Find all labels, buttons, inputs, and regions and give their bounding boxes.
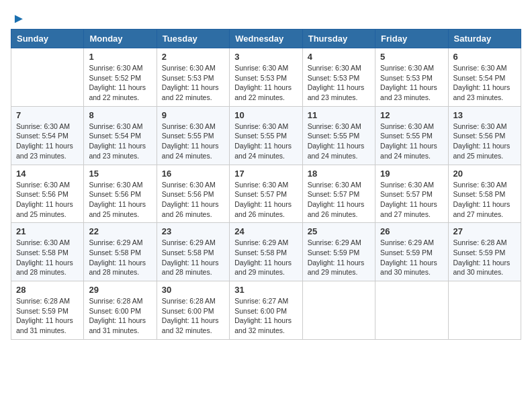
cell-info: Sunrise: 6:30 AM Sunset: 5:58 PM Dayligh… <box>16 238 79 277</box>
day-number: 17 <box>234 169 297 179</box>
day-number: 8 <box>89 110 151 120</box>
day-number: 1 <box>89 52 151 62</box>
logo-icon: ► <box>12 11 26 26</box>
calendar-cell: 24Sunrise: 6:29 AM Sunset: 5:58 PM Dayli… <box>230 223 302 281</box>
calendar-cell: 28Sunrise: 6:28 AM Sunset: 5:59 PM Dayli… <box>11 281 84 340</box>
cell-info: Sunrise: 6:28 AM Sunset: 6:00 PM Dayligh… <box>162 296 224 336</box>
cell-info: Sunrise: 6:30 AM Sunset: 5:55 PM Dayligh… <box>162 122 224 161</box>
col-header-saturday: Saturday <box>448 30 521 48</box>
day-number: 22 <box>89 226 151 236</box>
calendar-cell: 2Sunrise: 6:30 AM Sunset: 5:53 PM Daylig… <box>157 48 229 107</box>
calendar-table: SundayMondayTuesdayWednesdayThursdayFrid… <box>11 29 521 340</box>
cell-info: Sunrise: 6:28 AM Sunset: 6:00 PM Dayligh… <box>89 296 151 336</box>
cell-info: Sunrise: 6:30 AM Sunset: 5:55 PM Dayligh… <box>234 122 297 161</box>
cell-info: Sunrise: 6:30 AM Sunset: 5:54 PM Dayligh… <box>16 122 79 161</box>
cell-info: Sunrise: 6:27 AM Sunset: 6:00 PM Dayligh… <box>234 296 297 336</box>
calendar-cell: 30Sunrise: 6:28 AM Sunset: 6:00 PM Dayli… <box>157 281 229 340</box>
day-number: 3 <box>234 52 297 62</box>
calendar-cell <box>375 281 448 340</box>
cell-info: Sunrise: 6:30 AM Sunset: 5:58 PM Dayligh… <box>453 180 516 220</box>
cell-info: Sunrise: 6:30 AM Sunset: 5:55 PM Dayligh… <box>308 122 370 161</box>
col-header-thursday: Thursday <box>302 30 375 48</box>
cell-info: Sunrise: 6:30 AM Sunset: 5:54 PM Dayligh… <box>453 63 516 103</box>
day-number: 24 <box>234 226 297 236</box>
day-number: 29 <box>89 285 151 295</box>
day-number: 9 <box>162 110 224 120</box>
calendar-cell: 13Sunrise: 6:30 AM Sunset: 5:56 PM Dayli… <box>448 106 521 165</box>
calendar-cell: 20Sunrise: 6:30 AM Sunset: 5:58 PM Dayli… <box>448 165 521 223</box>
calendar-cell <box>448 281 521 340</box>
day-number: 23 <box>162 226 224 236</box>
calendar-cell: 18Sunrise: 6:30 AM Sunset: 5:57 PM Dayli… <box>302 165 375 223</box>
day-number: 27 <box>453 226 516 236</box>
day-number: 14 <box>16 169 79 179</box>
day-number: 18 <box>308 169 370 179</box>
col-header-tuesday: Tuesday <box>157 30 229 48</box>
cell-info: Sunrise: 6:30 AM Sunset: 5:53 PM Dayligh… <box>380 63 443 103</box>
calendar-cell: 10Sunrise: 6:30 AM Sunset: 5:55 PM Dayli… <box>230 106 302 165</box>
calendar-cell: 7Sunrise: 6:30 AM Sunset: 5:54 PM Daylig… <box>11 106 84 165</box>
day-number: 11 <box>308 110 370 120</box>
calendar-cell: 5Sunrise: 6:30 AM Sunset: 5:53 PM Daylig… <box>375 48 448 107</box>
cell-info: Sunrise: 6:30 AM Sunset: 5:57 PM Dayligh… <box>380 180 443 220</box>
cell-info: Sunrise: 6:29 AM Sunset: 5:58 PM Dayligh… <box>89 238 151 277</box>
cell-info: Sunrise: 6:30 AM Sunset: 5:53 PM Dayligh… <box>162 63 224 103</box>
calendar-cell <box>11 48 84 107</box>
page-header: ► <box>11 11 521 24</box>
cell-info: Sunrise: 6:30 AM Sunset: 5:57 PM Dayligh… <box>234 180 297 220</box>
day-number: 20 <box>453 169 516 179</box>
day-number: 10 <box>234 110 297 120</box>
calendar-cell: 26Sunrise: 6:29 AM Sunset: 5:59 PM Dayli… <box>375 223 448 281</box>
day-number: 6 <box>453 52 516 62</box>
day-number: 19 <box>380 169 443 179</box>
day-number: 31 <box>234 285 297 295</box>
day-number: 28 <box>16 285 79 295</box>
day-number: 16 <box>162 169 224 179</box>
cell-info: Sunrise: 6:29 AM Sunset: 5:59 PM Dayligh… <box>380 238 443 277</box>
day-number: 30 <box>162 285 224 295</box>
cell-info: Sunrise: 6:29 AM Sunset: 5:58 PM Dayligh… <box>162 238 224 277</box>
calendar-cell: 22Sunrise: 6:29 AM Sunset: 5:58 PM Dayli… <box>84 223 157 281</box>
calendar-cell: 8Sunrise: 6:30 AM Sunset: 5:54 PM Daylig… <box>84 106 157 165</box>
day-number: 2 <box>162 52 224 62</box>
cell-info: Sunrise: 6:30 AM Sunset: 5:53 PM Dayligh… <box>308 63 370 103</box>
calendar-cell: 16Sunrise: 6:30 AM Sunset: 5:56 PM Dayli… <box>157 165 229 223</box>
calendar-cell: 14Sunrise: 6:30 AM Sunset: 5:56 PM Dayli… <box>11 165 84 223</box>
calendar-cell: 11Sunrise: 6:30 AM Sunset: 5:55 PM Dayli… <box>302 106 375 165</box>
cell-info: Sunrise: 6:30 AM Sunset: 5:56 PM Dayligh… <box>162 180 224 220</box>
cell-info: Sunrise: 6:30 AM Sunset: 5:52 PM Dayligh… <box>89 63 151 103</box>
col-header-friday: Friday <box>375 30 448 48</box>
day-number: 13 <box>453 110 516 120</box>
day-number: 12 <box>380 110 443 120</box>
cell-info: Sunrise: 6:30 AM Sunset: 5:57 PM Dayligh… <box>308 180 370 220</box>
logo: ► <box>11 11 26 24</box>
calendar-cell: 15Sunrise: 6:30 AM Sunset: 5:56 PM Dayli… <box>84 165 157 223</box>
calendar-cell: 4Sunrise: 6:30 AM Sunset: 5:53 PM Daylig… <box>302 48 375 107</box>
calendar-cell: 31Sunrise: 6:27 AM Sunset: 6:00 PM Dayli… <box>230 281 302 340</box>
calendar-cell: 29Sunrise: 6:28 AM Sunset: 6:00 PM Dayli… <box>84 281 157 340</box>
day-number: 21 <box>16 226 79 236</box>
calendar-cell: 3Sunrise: 6:30 AM Sunset: 5:53 PM Daylig… <box>230 48 302 107</box>
calendar-cell: 6Sunrise: 6:30 AM Sunset: 5:54 PM Daylig… <box>448 48 521 107</box>
cell-info: Sunrise: 6:28 AM Sunset: 5:59 PM Dayligh… <box>453 238 516 277</box>
day-number: 7 <box>16 110 79 120</box>
calendar-cell: 9Sunrise: 6:30 AM Sunset: 5:55 PM Daylig… <box>157 106 229 165</box>
cell-info: Sunrise: 6:30 AM Sunset: 5:56 PM Dayligh… <box>453 122 516 161</box>
day-number: 4 <box>308 52 370 62</box>
calendar-cell: 23Sunrise: 6:29 AM Sunset: 5:58 PM Dayli… <box>157 223 229 281</box>
cell-info: Sunrise: 6:29 AM Sunset: 5:59 PM Dayligh… <box>308 238 370 277</box>
cell-info: Sunrise: 6:30 AM Sunset: 5:53 PM Dayligh… <box>234 63 297 103</box>
calendar-cell: 1Sunrise: 6:30 AM Sunset: 5:52 PM Daylig… <box>84 48 157 107</box>
cell-info: Sunrise: 6:28 AM Sunset: 5:59 PM Dayligh… <box>16 296 79 336</box>
calendar-cell <box>302 281 375 340</box>
col-header-sunday: Sunday <box>11 30 84 48</box>
day-number: 26 <box>380 226 443 236</box>
day-number: 5 <box>380 52 443 62</box>
day-number: 25 <box>308 226 370 236</box>
day-number: 15 <box>89 169 151 179</box>
cell-info: Sunrise: 6:30 AM Sunset: 5:54 PM Dayligh… <box>89 122 151 161</box>
calendar-cell: 25Sunrise: 6:29 AM Sunset: 5:59 PM Dayli… <box>302 223 375 281</box>
col-header-wednesday: Wednesday <box>230 30 302 48</box>
cell-info: Sunrise: 6:30 AM Sunset: 5:56 PM Dayligh… <box>89 180 151 220</box>
col-header-monday: Monday <box>84 30 157 48</box>
